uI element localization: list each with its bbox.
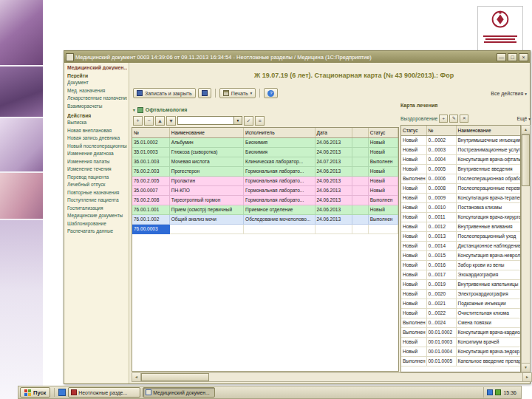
save-close-button[interactable]: Записать и закрыть bbox=[133, 88, 196, 98]
treatment-row[interactable]: Новый0...0019Внутривенные капельницы bbox=[401, 280, 520, 290]
treatment-row[interactable]: Выполнен0...0024Смена повязки bbox=[401, 318, 520, 328]
treatment-cell-code[interactable]: 0...0022 bbox=[426, 309, 456, 318]
treatment-row[interactable]: Новый0...0002Внутримышечные инъекции bbox=[401, 136, 520, 146]
service-cell-dept[interactable]: Гормональная лаборато... bbox=[244, 186, 315, 196]
treatment-cell-name[interactable]: Внутривенные капельницы bbox=[456, 280, 520, 290]
service-cell-name[interactable]: Пролактин bbox=[169, 177, 243, 186]
service-cell-cab[interactable] bbox=[352, 157, 368, 167]
treatment-cell-code[interactable]: 0...0008 bbox=[426, 184, 456, 194]
service-cell-name[interactable]: Общий анализ мочи bbox=[169, 215, 243, 225]
service-row[interactable]: 76.00.2.008Тиреотропный гормонГормональн… bbox=[132, 196, 398, 205]
treatment-cell-status[interactable]: Новый bbox=[401, 261, 426, 270]
treatment-row[interactable]: Новый0...0009Консультация врача-терапевт… bbox=[401, 194, 520, 203]
taskbar-item-urgent-sections[interactable]: Неотложные разде... bbox=[68, 387, 140, 398]
service-cell-dept[interactable] bbox=[244, 225, 315, 234]
services-column-header[interactable] bbox=[352, 128, 368, 138]
print-button[interactable]: Печать ▾ bbox=[219, 88, 256, 98]
scroll-up-icon[interactable]: ▲ bbox=[522, 126, 530, 134]
treatment-row[interactable]: Новый0...0012Внутривенные вливания bbox=[401, 222, 520, 232]
services-column-header[interactable]: Исполнитель bbox=[244, 128, 315, 138]
treatment-cell-status[interactable]: Выполнен bbox=[401, 174, 426, 184]
treatment-cell-status[interactable]: Новый bbox=[401, 309, 426, 318]
services-column-header[interactable]: № bbox=[132, 128, 169, 138]
treatment-row[interactable]: Новый0...0021Подкожные инъекции bbox=[401, 299, 520, 309]
treatment-cell-status[interactable]: Новый bbox=[401, 184, 426, 194]
treatment-column-header[interactable]: Статус bbox=[401, 126, 426, 136]
nav-item[interactable]: Документ bbox=[67, 79, 127, 87]
treatment-cell-status[interactable]: Новый bbox=[401, 146, 426, 155]
treatment-cell-name[interactable]: Послеоперационная обработка bbox=[456, 174, 520, 184]
delete-icon[interactable]: ✕ bbox=[460, 115, 468, 123]
treatment-cell-status[interactable]: Новый bbox=[401, 136, 426, 146]
service-cell-name[interactable]: Прием (осмотр) первичный bbox=[169, 205, 243, 215]
service-cell-date[interactable] bbox=[315, 225, 352, 234]
treatment-cell-code[interactable]: 0...0009 bbox=[426, 194, 456, 203]
delete-row-icon[interactable]: − bbox=[144, 116, 154, 126]
service-cell-date[interactable]: 24.06.2013 bbox=[315, 167, 352, 177]
scroll-right-icon[interactable]: ► bbox=[522, 373, 531, 381]
service-cell-code[interactable]: 76.00.2.008 bbox=[132, 196, 169, 205]
all-actions-button[interactable]: Все действия ▾ bbox=[491, 91, 527, 96]
save-button[interactable] bbox=[198, 88, 211, 98]
treatment-row[interactable]: Новый0...0017Эхокардиография bbox=[401, 270, 520, 280]
service-cell-date[interactable]: 24.06.2013 bbox=[315, 215, 352, 225]
apply-icon[interactable]: ✓ bbox=[244, 116, 253, 126]
treatment-cell-code[interactable]: 0...0016 bbox=[426, 261, 456, 270]
service-cell-date[interactable]: 24.06.2013 bbox=[315, 186, 352, 196]
service-cell-cab[interactable] bbox=[352, 225, 368, 234]
maximize-button[interactable]: □ bbox=[508, 53, 517, 61]
treatment-cell-status[interactable]: Новый bbox=[401, 347, 426, 357]
service-cell-status[interactable]: Новый bbox=[368, 167, 398, 177]
close-button[interactable]: × bbox=[519, 53, 528, 61]
service-cell-status[interactable]: Новый bbox=[368, 177, 398, 186]
service-cell-status[interactable]: Выполнен bbox=[368, 196, 398, 205]
treatment-cell-status[interactable]: Новый bbox=[401, 232, 426, 242]
service-cell-status[interactable]: Новый bbox=[368, 186, 398, 196]
treatment-cell-status[interactable]: Новый bbox=[401, 155, 426, 165]
nav-item[interactable]: Изменение диагноза bbox=[67, 150, 127, 158]
add-icon[interactable]: + bbox=[439, 115, 448, 123]
treatment-cell-status[interactable]: Новый bbox=[401, 270, 426, 280]
treatment-row[interactable]: Новый0...0016Забор крови из вены bbox=[401, 261, 520, 270]
treatment-cell-status[interactable]: Выполнен bbox=[401, 318, 426, 328]
service-cell-name[interactable]: Прогестерон bbox=[169, 167, 243, 177]
nav-item[interactable]: Новая внеплановая bbox=[67, 127, 127, 135]
treatment-row[interactable]: Выполнен0...0006Послеоперационная обрабо… bbox=[401, 174, 520, 184]
nav-item[interactable]: Выписка bbox=[67, 119, 127, 127]
move-down-icon[interactable]: ▼ bbox=[166, 116, 176, 126]
horizontal-scrollbar[interactable]: ◄ ► bbox=[132, 372, 532, 382]
nav-item[interactable]: Медицинские документы bbox=[67, 212, 127, 220]
service-cell-code[interactable]: 35.01.0003 bbox=[132, 148, 169, 157]
treatment-cell-status[interactable]: Новый bbox=[401, 213, 426, 222]
service-cell-cab[interactable] bbox=[352, 167, 368, 177]
service-row[interactable]: 36.00.1.003Мочевая кислотаКлиническая ла… bbox=[132, 157, 398, 167]
service-cell-code[interactable]: 76.00.2.003 bbox=[132, 167, 169, 177]
nav-item[interactable]: Лечебный отпуск bbox=[67, 181, 127, 189]
treatment-row[interactable]: Новый0...0004Консультация врача-офтальм.… bbox=[401, 155, 520, 165]
nav-item[interactable]: Повторные назначения bbox=[67, 189, 127, 197]
scrollbar-thumb[interactable] bbox=[522, 134, 530, 186]
service-row[interactable]: 35.01.0002АльбуминБиохимия24.06.2013Новы… bbox=[132, 138, 398, 148]
service-cell-code[interactable]: 35.00.0007 bbox=[132, 186, 169, 196]
treatment-cell-status[interactable]: Новый bbox=[401, 165, 426, 174]
nav-item[interactable]: Лекарственные назначения bbox=[67, 95, 127, 103]
service-cell-code[interactable]: 76.00.0003 bbox=[132, 225, 169, 234]
service-cell-date[interactable]: 24.07.2013 bbox=[315, 157, 352, 167]
treatment-row[interactable]: Новый0...0011Консультация врача-хирурга bbox=[401, 213, 520, 222]
treatment-row[interactable]: Новый0...0008Послеоперационные перевязки bbox=[401, 184, 520, 194]
service-row[interactable]: 35.00.0007ПН-КПОГормональная лаборато...… bbox=[132, 186, 398, 196]
vertical-scrollbar[interactable]: ▲ ▼ bbox=[521, 125, 531, 372]
treatment-cell-name[interactable]: Консультация врача-эндокр... bbox=[456, 347, 520, 357]
treatment-column-header[interactable]: Наименование bbox=[456, 126, 520, 136]
treatment-cell-code[interactable]: 0...0010 bbox=[426, 203, 456, 213]
nav-item[interactable]: Шаблонирование bbox=[67, 220, 127, 228]
nav-item[interactable]: Изменения палаты bbox=[67, 158, 127, 166]
scrollbar-thumb[interactable] bbox=[141, 373, 209, 381]
service-cell-dept[interactable]: Биохимия bbox=[244, 138, 315, 148]
treatment-row[interactable]: Новый00.01.0003Консилиум врачей bbox=[401, 338, 520, 347]
treatment-cell-status[interactable]: Выполнен bbox=[401, 328, 426, 338]
nav-item[interactable]: Взаиморасчеты bbox=[67, 103, 127, 111]
treatment-cell-status[interactable]: Новый bbox=[401, 338, 426, 347]
help-button[interactable]: ? bbox=[264, 88, 278, 98]
window-titlebar[interactable]: Медицинский документ 0003 14:39:06 от 09… bbox=[64, 51, 530, 63]
